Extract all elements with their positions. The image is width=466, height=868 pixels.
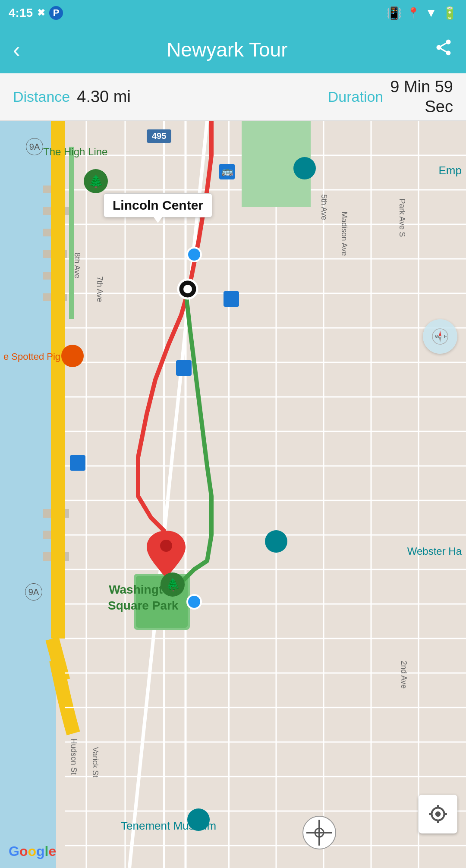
route-9a-top-label: 9A xyxy=(26,138,43,155)
battery-icon: 🔋 xyxy=(442,6,457,20)
status-bar: 4:15 ✖ P 📳 📍 ▼ 🔋 xyxy=(0,0,466,26)
svg-rect-59 xyxy=(224,291,239,307)
location-status-icon: 📍 xyxy=(407,7,420,19)
svg-rect-47 xyxy=(69,147,74,319)
madison-ave-label: Madison Ave xyxy=(340,212,349,256)
info-bar: Distance 4.30 mi Duration 9 Min 59Sec xyxy=(0,73,466,121)
distance-label: Distance xyxy=(13,88,70,105)
webster-label: Webster Ha xyxy=(407,545,462,557)
svg-rect-14 xyxy=(51,423,65,638)
tenement-label: Tenement Museum xyxy=(121,819,216,833)
duration-label: Duration xyxy=(328,88,384,105)
status-left: 4:15 ✖ P xyxy=(9,6,63,20)
svg-rect-60 xyxy=(176,360,192,376)
route-9a-bot-label: 9A xyxy=(25,583,42,601)
svg-point-67 xyxy=(265,530,287,553)
svg-point-69 xyxy=(61,345,84,367)
svg-point-52 xyxy=(183,285,192,293)
google-logo: Google xyxy=(9,843,56,859)
svg-rect-3 xyxy=(0,466,56,868)
status-right: 📳 📍 ▼ 🔋 xyxy=(387,6,457,20)
7th-ave-label: 7th Ave xyxy=(95,277,104,302)
duration-info: Duration 9 Min 59Sec xyxy=(328,77,453,116)
5th-ave-label: 5th Ave xyxy=(319,195,328,220)
vibrate-icon: 📳 xyxy=(387,6,402,20)
8th-ave-label: 8th Ave xyxy=(72,253,82,279)
emp-label: Emp xyxy=(439,164,462,177)
2nd-ave-label: 2nd Ave xyxy=(399,661,408,689)
parking-icon: P xyxy=(49,6,63,20)
high-line-label: The High Line xyxy=(43,146,107,158)
svg-text:E: E xyxy=(444,334,447,339)
svg-rect-13 xyxy=(51,121,65,423)
svg-point-80 xyxy=(435,811,441,817)
svg-point-55 xyxy=(160,540,172,552)
my-location-button[interactable] xyxy=(419,795,457,833)
hudson-st-label: Hudson St xyxy=(69,739,78,775)
svg-text:🚌: 🚌 xyxy=(221,165,233,177)
washington-square-label: WashingtonSquare Park xyxy=(108,582,178,613)
duration-value: 9 Min 59Sec xyxy=(390,77,453,116)
lincoln-center-tooltip[interactable]: Lincoln Center xyxy=(104,193,212,217)
svg-rect-2 xyxy=(0,121,43,466)
park-ave-label: Park Ave S xyxy=(397,199,406,237)
svg-text:🌲: 🌲 xyxy=(88,174,104,189)
spotted-pig-label: e Spotted Pig xyxy=(0,349,64,364)
map-container[interactable]: 🚌 🌲 🌲 9A The High Line 495 Lincoln Cente… xyxy=(0,121,466,868)
back-button[interactable]: ‹ xyxy=(13,37,20,62)
distance-value: 4.30 mi xyxy=(77,88,131,106)
svg-text:W: W xyxy=(435,334,440,339)
varick-st-label: Varick St xyxy=(91,747,100,778)
highway-495-badge: 495 xyxy=(147,129,171,143)
compass-button[interactable]: W E xyxy=(423,319,457,354)
signal-icon: ✖ xyxy=(37,7,45,19)
time-display: 4:15 xyxy=(9,6,33,20)
distance-info: Distance 4.30 mi xyxy=(13,88,131,106)
svg-point-53 xyxy=(187,248,201,261)
page-title: Newyark Tour xyxy=(167,38,287,61)
wifi-icon: ▼ xyxy=(425,6,437,20)
svg-point-56 xyxy=(187,595,201,609)
svg-point-66 xyxy=(293,157,316,179)
top-bar: ‹ Newyark Tour xyxy=(0,26,466,73)
svg-rect-61 xyxy=(70,455,85,471)
share-button[interactable] xyxy=(434,38,453,61)
